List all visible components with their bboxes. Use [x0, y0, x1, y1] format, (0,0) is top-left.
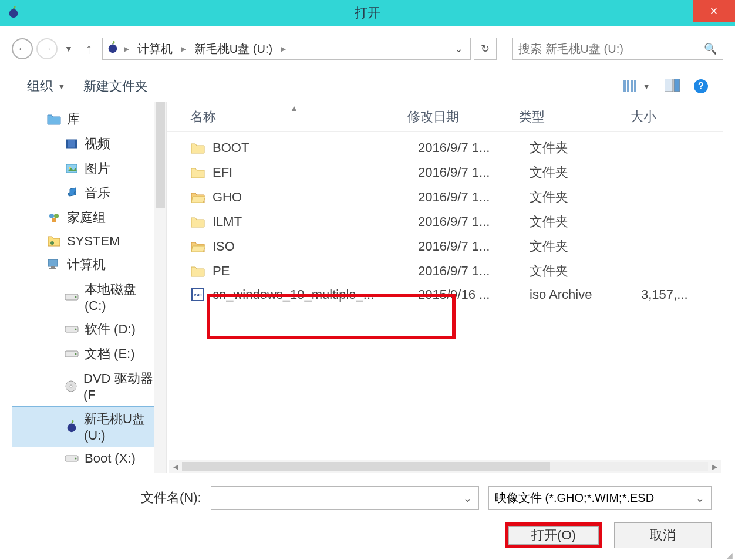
breadcrumb-item[interactable]: 计算机 [134, 40, 176, 58]
chevron-down-icon: ▼ [58, 82, 66, 91]
file-name: BOOT [213, 140, 418, 156]
svg-text:ISO: ISO [194, 292, 202, 298]
svg-rect-5 [627, 80, 629, 92]
close-button[interactable]: × [693, 0, 735, 22]
svg-rect-20 [51, 266, 55, 268]
resize-grip-icon[interactable]: ◢ [726, 553, 733, 558]
organize-menu[interactable]: 组织 ▼ [27, 77, 66, 95]
tree-item-label: 家庭组 [67, 209, 106, 227]
scroll-right-icon[interactable]: ▸ [708, 460, 721, 473]
tree-item[interactable]: 视频 [12, 131, 166, 156]
chevron-down-icon[interactable]: ⌄ [463, 491, 473, 505]
file-name: EFI [213, 165, 418, 180]
svg-rect-11 [66, 140, 68, 148]
column-header-type[interactable]: 类型 [519, 108, 631, 126]
file-date: 2016/9/7 1... [418, 214, 530, 230]
new-folder-label: 新建文件夹 [83, 77, 148, 95]
help-button[interactable]: ? [694, 79, 708, 93]
file-row[interactable]: BOOT2016/9/7 1...文件夹 [167, 136, 723, 160]
file-row[interactable]: EFI2016/9/7 1...文件夹 [167, 160, 723, 185]
main-area: 库视频图片音乐家庭组SYSTEM计算机本地磁盘 (C:)软件 (D:)文档 (E… [12, 102, 723, 473]
file-row[interactable]: PE2016/9/7 1...文件夹 [167, 259, 723, 284]
file-row[interactable]: ISOcn_windows_10_multiple_...2015/9/16 .… [167, 284, 723, 306]
app-icon [7, 6, 21, 20]
tree-scrollbar[interactable] [154, 102, 166, 473]
iso-icon: ISO [190, 287, 205, 302]
column-header-date[interactable]: 修改日期 [407, 108, 519, 126]
scrollbar-thumb[interactable] [156, 102, 165, 208]
back-icon: ← [17, 43, 28, 55]
tree-item[interactable]: 家庭组 [12, 205, 166, 230]
history-dropdown[interactable]: ▼ [61, 44, 76, 53]
horizontal-scrollbar[interactable]: ◂ ▸ [169, 460, 721, 473]
tree-item-label: 视频 [85, 135, 110, 153]
computer-icon [47, 258, 61, 272]
tree-item[interactable]: 库 [12, 107, 166, 131]
file-date: 2016/9/7 1... [418, 239, 530, 254]
breadcrumb-bar[interactable]: ▸ 计算机 ▸ 新毛桃U盘 (U:) ▸ ⌄ [102, 38, 471, 60]
new-folder-button[interactable]: 新建文件夹 [83, 77, 148, 95]
file-date: 2016/9/7 1... [418, 190, 530, 205]
tree-item[interactable]: SYSTEM [12, 230, 166, 252]
scroll-left-icon[interactable]: ◂ [169, 460, 182, 473]
view-options-button[interactable]: ▼ [622, 79, 650, 94]
organize-label: 组织 [27, 77, 53, 95]
forward-button[interactable]: → [36, 38, 58, 59]
breadcrumb-item[interactable]: 新毛桃U盘 (U:) [191, 40, 276, 58]
tree-item-label: 库 [67, 110, 80, 128]
svg-point-15 [49, 214, 54, 218]
tree-item[interactable]: 音乐 [12, 181, 166, 205]
svg-rect-21 [49, 268, 56, 269]
search-icon[interactable]: 🔍 [704, 42, 717, 55]
filetype-filter[interactable]: 映像文件 (*.GHO;*.WIM;*.ESD ⌄ [488, 486, 712, 510]
svg-point-0 [9, 9, 18, 18]
tree-item[interactable]: 文档 (E:) [12, 342, 166, 366]
search-input[interactable] [518, 42, 704, 56]
folder-icon [190, 214, 205, 230]
svg-point-18 [50, 241, 54, 245]
tree-item-label: 新毛桃U盘 (U:) [84, 410, 160, 443]
file-type: 文件夹 [530, 213, 641, 231]
scrollbar-track[interactable] [182, 462, 708, 471]
svg-point-23 [75, 296, 77, 298]
folder-open-icon [190, 239, 205, 254]
forward-icon: → [42, 43, 52, 55]
chevron-down-icon: ⌄ [695, 491, 705, 505]
file-row[interactable]: ILMT2016/9/7 1...文件夹 [167, 210, 723, 234]
scrollbar-thumb[interactable] [182, 462, 550, 471]
tree-item-label: DVD 驱动器 (F [83, 370, 160, 403]
search-box[interactable]: 🔍 [512, 38, 723, 60]
tree-item[interactable]: CD 驱动器 (Z:) [12, 470, 166, 473]
filename-label: 文件名(N): [141, 489, 201, 507]
breadcrumb-dropdown-icon[interactable]: ⌄ [451, 42, 467, 55]
tree-item[interactable]: 图片 [12, 156, 166, 181]
folder-open-icon [190, 190, 205, 205]
picture-icon [65, 161, 79, 176]
column-header-size[interactable]: 大小 [631, 108, 701, 126]
tree-item[interactable]: 软件 (D:) [12, 317, 166, 342]
dvd-icon [65, 379, 77, 393]
file-row[interactable]: GHO2016/9/7 1...文件夹 [167, 185, 723, 210]
tree-item[interactable]: Boot (X:) [12, 447, 166, 470]
open-button[interactable]: 打开(O) [508, 526, 599, 545]
file-row[interactable]: ISO2016/9/7 1...文件夹 [167, 234, 723, 259]
back-button[interactable]: ← [12, 38, 33, 59]
tree-item-label: Boot (X:) [85, 451, 136, 466]
tree-item[interactable]: 新毛桃U盘 (U:) [12, 406, 166, 447]
svg-point-17 [52, 218, 56, 222]
refresh-button[interactable]: ↻ [474, 38, 497, 60]
filename-row: 文件名(N): ⌄ 映像文件 (*.GHO;*.WIM;*.ESD ⌄ [12, 473, 723, 518]
tree-item[interactable]: 本地磁盘 (C:) [12, 277, 166, 317]
breadcrumb-icon [106, 41, 119, 57]
up-button[interactable]: ↑ [80, 41, 99, 57]
file-name: ILMT [213, 214, 418, 230]
preview-pane-button[interactable] [665, 79, 680, 95]
file-name: cn_windows_10_multiple_... [213, 287, 418, 302]
tree-item[interactable]: DVD 驱动器 (F [12, 366, 166, 406]
svg-point-16 [54, 214, 59, 218]
tree-item[interactable]: 计算机 [12, 252, 166, 277]
folder-icon [190, 140, 205, 156]
music-icon [65, 186, 79, 200]
filename-input[interactable]: ⌄ [211, 486, 479, 510]
cancel-button[interactable]: 取消 [614, 522, 712, 548]
